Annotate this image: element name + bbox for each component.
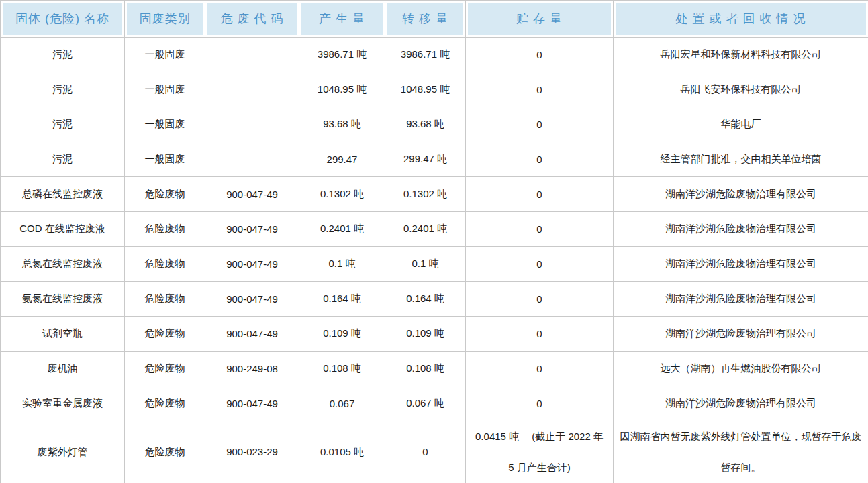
cell-transferred-amount: 0.1 吨 xyxy=(385,247,466,282)
cell-produced-amount: 1048.95 吨 xyxy=(299,72,385,107)
cell-disposal-status: 远大（湖南）再生燃油股份有限公司 xyxy=(614,352,868,386)
cell-produced-amount: 299.47 xyxy=(299,142,385,177)
cell-disposal-status: 岳阳宏星和环保新材料科技有限公司 xyxy=(614,38,868,72)
cell-waste-category: 危险废物 xyxy=(125,212,205,247)
header-cell-produced-amount: 产 生 量 xyxy=(299,1,385,38)
cell-produced-amount: 0.1 吨 xyxy=(299,247,385,282)
cell-disposal-status: 岳阳飞安环保科技有限公司 xyxy=(614,72,868,107)
cell-waste-category: 一般固废 xyxy=(125,38,205,72)
cell-produced-amount: 0.0105 吨 xyxy=(299,421,385,483)
cell-disposal-status: 湖南洋沙湖危险废物治理有限公司 xyxy=(614,177,868,212)
cell-stored-amount: 0 xyxy=(466,282,614,317)
cell-stored-amount: 0 xyxy=(466,352,614,386)
cell-hazard-code: 900-047-49 xyxy=(205,212,299,247)
header-cell-waste-category: 固废类别 xyxy=(125,1,205,38)
cell-waste-name: 氨氮在线监控废液 xyxy=(1,282,125,317)
cell-waste-category: 危险废物 xyxy=(125,421,205,483)
cell-hazard-code xyxy=(205,38,299,72)
cell-produced-amount: 0.108 吨 xyxy=(299,352,385,386)
header-cell-disposal-status: 处 置 或 者 回 收 情 况 xyxy=(614,1,868,38)
table-header-row: 固体 (危险) 名称 固废类别 危 废 代 码 产 生 量 转 移 量 贮 存 … xyxy=(1,1,868,38)
cell-transferred-amount: 0.109 吨 xyxy=(385,317,466,352)
cell-waste-name: 实验室重金属废液 xyxy=(1,386,125,421)
cell-disposal-status: 湖南洋沙湖危险废物治理有限公司 xyxy=(614,317,868,352)
cell-stored-amount: 0 xyxy=(466,386,614,421)
table-row: 污泥 一般固废 3986.71 吨 3986.71 吨 0 岳阳宏星和环保新材料… xyxy=(1,38,868,72)
cell-transferred-amount: 3986.71 吨 xyxy=(385,38,466,72)
table-row: 废机油 危险废物 900-249-08 0.108 吨 0.108 吨 0 远大… xyxy=(1,352,868,386)
header-cell-waste-name: 固体 (危险) 名称 xyxy=(1,1,125,38)
cell-disposal-status: 经主管部门批准，交由相关单位培菌 xyxy=(614,142,868,177)
cell-hazard-code: 900-047-49 xyxy=(205,317,299,352)
cell-produced-amount: 0.109 吨 xyxy=(299,317,385,352)
cell-disposal-status: 湖南洋沙湖危险废物治理有限公司 xyxy=(614,212,868,247)
table-row: 总磷在线监控废液 危险废物 900-047-49 0.1302 吨 0.1302… xyxy=(1,177,868,212)
cell-hazard-code xyxy=(205,142,299,177)
report-page: 固体 (危险) 名称 固废类别 危 废 代 码 产 生 量 转 移 量 贮 存 … xyxy=(0,0,868,483)
header-cell-stored-amount: 贮 存 量 xyxy=(466,1,614,38)
cell-stored-amount: 0 xyxy=(466,317,614,352)
cell-disposal-status: 因湖南省内暂无废紫外线灯管处置单位，现暂存于危废 暂存间。 xyxy=(614,421,868,483)
cell-disposal-status: 湖南洋沙湖危险废物治理有限公司 xyxy=(614,386,868,421)
table-row: 实验室重金属废液 危险废物 900-047-49 0.067 0.067 吨 0… xyxy=(1,386,868,421)
cell-transferred-amount: 1048.95 吨 xyxy=(385,72,466,107)
cell-waste-category: 危险废物 xyxy=(125,177,205,212)
table-row: 废紫外灯管 危险废物 900-023-29 0.0105 吨 0 0.0415 … xyxy=(1,421,868,483)
cell-waste-category: 一般固废 xyxy=(125,72,205,107)
cell-transferred-amount: 0.108 吨 xyxy=(385,352,466,386)
cell-stored-amount: 0.0415 吨 (截止于 2022 年 5 月产生合计) xyxy=(466,421,614,483)
cell-waste-category: 危险废物 xyxy=(125,352,205,386)
solid-waste-table: 固体 (危险) 名称 固废类别 危 废 代 码 产 生 量 转 移 量 贮 存 … xyxy=(0,0,868,483)
cell-hazard-code xyxy=(205,107,299,142)
cell-stored-amount: 0 xyxy=(466,107,614,142)
cell-produced-amount: 93.68 吨 xyxy=(299,107,385,142)
cell-waste-category: 一般固废 xyxy=(125,142,205,177)
cell-transferred-amount: 0.2401 吨 xyxy=(385,212,466,247)
cell-waste-name: 总磷在线监控废液 xyxy=(1,177,125,212)
cell-waste-name: 废紫外灯管 xyxy=(1,421,125,483)
cell-hazard-code: 900-047-49 xyxy=(205,247,299,282)
cell-waste-name: 废机油 xyxy=(1,352,125,386)
cell-waste-name: 污泥 xyxy=(1,142,125,177)
cell-stored-amount: 0 xyxy=(466,212,614,247)
cell-transferred-amount: 0.1302 吨 xyxy=(385,177,466,212)
cell-stored-amount: 0 xyxy=(466,247,614,282)
cell-disposal-status: 湖南洋沙湖危险废物治理有限公司 xyxy=(614,282,868,317)
cell-hazard-code: 900-047-49 xyxy=(205,177,299,212)
cell-waste-name: 试剂空瓶 xyxy=(1,317,125,352)
cell-disposal-status: 湖南洋沙湖危险废物治理有限公司 xyxy=(614,247,868,282)
cell-stored-amount: 0 xyxy=(466,142,614,177)
cell-stored-amount: 0 xyxy=(466,72,614,107)
cell-transferred-amount: 0 xyxy=(385,421,466,483)
table-row: 总氮在线监控废液 危险废物 900-047-49 0.1 吨 0.1 吨 0 湖… xyxy=(1,247,868,282)
cell-produced-amount: 0.067 xyxy=(299,386,385,421)
cell-hazard-code: 900-047-49 xyxy=(205,282,299,317)
header-cell-transferred-amount: 转 移 量 xyxy=(385,1,466,38)
cell-transferred-amount: 0.067 吨 xyxy=(385,386,466,421)
cell-waste-name: 污泥 xyxy=(1,38,125,72)
cell-transferred-amount: 299.47 吨 xyxy=(385,142,466,177)
cell-waste-category: 一般固废 xyxy=(125,107,205,142)
cell-transferred-amount: 0.164 吨 xyxy=(385,282,466,317)
cell-hazard-code: 900-047-49 xyxy=(205,386,299,421)
cell-waste-name: 污泥 xyxy=(1,72,125,107)
cell-produced-amount: 0.2401 吨 xyxy=(299,212,385,247)
cell-produced-amount: 0.164 吨 xyxy=(299,282,385,317)
cell-waste-name: 总氮在线监控废液 xyxy=(1,247,125,282)
cell-transferred-amount: 93.68 吨 xyxy=(385,107,466,142)
cell-produced-amount: 0.1302 吨 xyxy=(299,177,385,212)
table-row: 污泥 一般固废 1048.95 吨 1048.95 吨 0 岳阳飞安环保科技有限… xyxy=(1,72,868,107)
cell-produced-amount: 3986.71 吨 xyxy=(299,38,385,72)
cell-waste-category: 危险废物 xyxy=(125,282,205,317)
table-row: COD 在线监控废液 危险废物 900-047-49 0.2401 吨 0.24… xyxy=(1,212,868,247)
table-row: 污泥 一般固废 93.68 吨 93.68 吨 0 华能电厂 xyxy=(1,107,868,142)
table-row: 氨氮在线监控废液 危险废物 900-047-49 0.164 吨 0.164 吨… xyxy=(1,282,868,317)
header-cell-hazard-code: 危 废 代 码 xyxy=(205,1,299,38)
cell-waste-name: 污泥 xyxy=(1,107,125,142)
cell-waste-category: 危险废物 xyxy=(125,386,205,421)
cell-waste-category: 危险废物 xyxy=(125,317,205,352)
table-row: 试剂空瓶 危险废物 900-047-49 0.109 吨 0.109 吨 0 湖… xyxy=(1,317,868,352)
cell-waste-category: 危险废物 xyxy=(125,247,205,282)
cell-disposal-status: 华能电厂 xyxy=(614,107,868,142)
cell-stored-amount: 0 xyxy=(466,38,614,72)
